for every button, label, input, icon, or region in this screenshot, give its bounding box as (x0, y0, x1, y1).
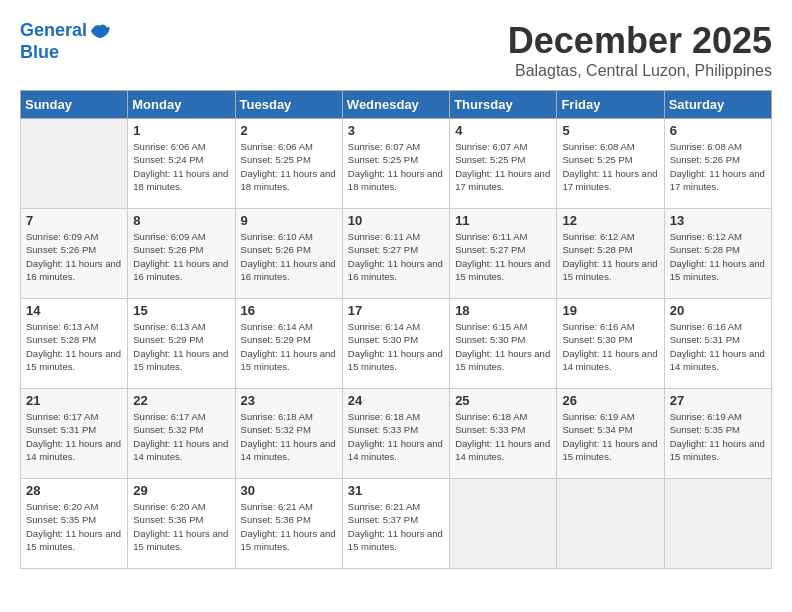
day-info: Sunrise: 6:20 AMSunset: 5:35 PMDaylight:… (26, 500, 122, 553)
day-number: 31 (348, 483, 444, 498)
day-info: Sunrise: 6:13 AMSunset: 5:28 PMDaylight:… (26, 320, 122, 373)
day-info: Sunrise: 6:08 AMSunset: 5:26 PMDaylight:… (670, 140, 766, 193)
calendar-week-row: 28Sunrise: 6:20 AMSunset: 5:35 PMDayligh… (21, 479, 772, 569)
day-info: Sunrise: 6:11 AMSunset: 5:27 PMDaylight:… (455, 230, 551, 283)
weekday-header-tuesday: Tuesday (235, 91, 342, 119)
calendar-week-row: 7Sunrise: 6:09 AMSunset: 5:26 PMDaylight… (21, 209, 772, 299)
calendar-day-cell: 21Sunrise: 6:17 AMSunset: 5:31 PMDayligh… (21, 389, 128, 479)
day-number: 20 (670, 303, 766, 318)
calendar-day-cell: 7Sunrise: 6:09 AMSunset: 5:26 PMDaylight… (21, 209, 128, 299)
day-number: 5 (562, 123, 658, 138)
day-number: 25 (455, 393, 551, 408)
day-number: 7 (26, 213, 122, 228)
calendar-day-cell: 11Sunrise: 6:11 AMSunset: 5:27 PMDayligh… (450, 209, 557, 299)
day-number: 30 (241, 483, 337, 498)
calendar-week-row: 21Sunrise: 6:17 AMSunset: 5:31 PMDayligh… (21, 389, 772, 479)
calendar-week-row: 1Sunrise: 6:06 AMSunset: 5:24 PMDaylight… (21, 119, 772, 209)
calendar-day-cell (21, 119, 128, 209)
weekday-header-thursday: Thursday (450, 91, 557, 119)
calendar-table: SundayMondayTuesdayWednesdayThursdayFrid… (20, 90, 772, 569)
calendar-day-cell: 30Sunrise: 6:21 AMSunset: 5:36 PMDayligh… (235, 479, 342, 569)
day-info: Sunrise: 6:21 AMSunset: 5:37 PMDaylight:… (348, 500, 444, 553)
day-number: 12 (562, 213, 658, 228)
day-number: 9 (241, 213, 337, 228)
calendar-day-cell (664, 479, 771, 569)
day-info: Sunrise: 6:17 AMSunset: 5:32 PMDaylight:… (133, 410, 229, 463)
weekday-header-friday: Friday (557, 91, 664, 119)
calendar-day-cell: 15Sunrise: 6:13 AMSunset: 5:29 PMDayligh… (128, 299, 235, 389)
day-info: Sunrise: 6:21 AMSunset: 5:36 PMDaylight:… (241, 500, 337, 553)
calendar-week-row: 14Sunrise: 6:13 AMSunset: 5:28 PMDayligh… (21, 299, 772, 389)
calendar-day-cell: 27Sunrise: 6:19 AMSunset: 5:35 PMDayligh… (664, 389, 771, 479)
day-number: 19 (562, 303, 658, 318)
day-info: Sunrise: 6:09 AMSunset: 5:26 PMDaylight:… (133, 230, 229, 283)
day-info: Sunrise: 6:20 AMSunset: 5:36 PMDaylight:… (133, 500, 229, 553)
weekday-header-row: SundayMondayTuesdayWednesdayThursdayFrid… (21, 91, 772, 119)
page-header: General Blue December 2025 Balagtas, Cen… (20, 20, 772, 80)
weekday-header-saturday: Saturday (664, 91, 771, 119)
calendar-day-cell: 26Sunrise: 6:19 AMSunset: 5:34 PMDayligh… (557, 389, 664, 479)
day-info: Sunrise: 6:06 AMSunset: 5:24 PMDaylight:… (133, 140, 229, 193)
day-number: 27 (670, 393, 766, 408)
day-number: 1 (133, 123, 229, 138)
location: Balagtas, Central Luzon, Philippines (508, 62, 772, 80)
day-info: Sunrise: 6:15 AMSunset: 5:30 PMDaylight:… (455, 320, 551, 373)
day-number: 26 (562, 393, 658, 408)
day-number: 3 (348, 123, 444, 138)
day-number: 4 (455, 123, 551, 138)
day-info: Sunrise: 6:17 AMSunset: 5:31 PMDaylight:… (26, 410, 122, 463)
day-info: Sunrise: 6:11 AMSunset: 5:27 PMDaylight:… (348, 230, 444, 283)
weekday-header-sunday: Sunday (21, 91, 128, 119)
day-info: Sunrise: 6:19 AMSunset: 5:35 PMDaylight:… (670, 410, 766, 463)
calendar-day-cell (557, 479, 664, 569)
day-info: Sunrise: 6:10 AMSunset: 5:26 PMDaylight:… (241, 230, 337, 283)
calendar-day-cell: 23Sunrise: 6:18 AMSunset: 5:32 PMDayligh… (235, 389, 342, 479)
day-info: Sunrise: 6:09 AMSunset: 5:26 PMDaylight:… (26, 230, 122, 283)
calendar-day-cell: 4Sunrise: 6:07 AMSunset: 5:25 PMDaylight… (450, 119, 557, 209)
calendar-day-cell: 13Sunrise: 6:12 AMSunset: 5:28 PMDayligh… (664, 209, 771, 299)
calendar-day-cell: 31Sunrise: 6:21 AMSunset: 5:37 PMDayligh… (342, 479, 449, 569)
calendar-day-cell: 16Sunrise: 6:14 AMSunset: 5:29 PMDayligh… (235, 299, 342, 389)
calendar-day-cell: 22Sunrise: 6:17 AMSunset: 5:32 PMDayligh… (128, 389, 235, 479)
day-number: 13 (670, 213, 766, 228)
day-number: 17 (348, 303, 444, 318)
day-number: 21 (26, 393, 122, 408)
day-info: Sunrise: 6:06 AMSunset: 5:25 PMDaylight:… (241, 140, 337, 193)
calendar-day-cell: 14Sunrise: 6:13 AMSunset: 5:28 PMDayligh… (21, 299, 128, 389)
day-number: 24 (348, 393, 444, 408)
day-number: 10 (348, 213, 444, 228)
calendar-day-cell: 20Sunrise: 6:16 AMSunset: 5:31 PMDayligh… (664, 299, 771, 389)
day-info: Sunrise: 6:12 AMSunset: 5:28 PMDaylight:… (562, 230, 658, 283)
day-number: 28 (26, 483, 122, 498)
day-info: Sunrise: 6:14 AMSunset: 5:30 PMDaylight:… (348, 320, 444, 373)
calendar-day-cell: 29Sunrise: 6:20 AMSunset: 5:36 PMDayligh… (128, 479, 235, 569)
day-number: 11 (455, 213, 551, 228)
logo-text: General Blue (20, 20, 111, 63)
calendar-day-cell: 6Sunrise: 6:08 AMSunset: 5:26 PMDaylight… (664, 119, 771, 209)
day-info: Sunrise: 6:16 AMSunset: 5:31 PMDaylight:… (670, 320, 766, 373)
calendar-day-cell: 19Sunrise: 6:16 AMSunset: 5:30 PMDayligh… (557, 299, 664, 389)
weekday-header-monday: Monday (128, 91, 235, 119)
day-info: Sunrise: 6:08 AMSunset: 5:25 PMDaylight:… (562, 140, 658, 193)
calendar-day-cell: 8Sunrise: 6:09 AMSunset: 5:26 PMDaylight… (128, 209, 235, 299)
day-number: 18 (455, 303, 551, 318)
day-info: Sunrise: 6:07 AMSunset: 5:25 PMDaylight:… (348, 140, 444, 193)
day-number: 29 (133, 483, 229, 498)
day-number: 15 (133, 303, 229, 318)
calendar-day-cell (450, 479, 557, 569)
calendar-day-cell: 18Sunrise: 6:15 AMSunset: 5:30 PMDayligh… (450, 299, 557, 389)
calendar-day-cell: 2Sunrise: 6:06 AMSunset: 5:25 PMDaylight… (235, 119, 342, 209)
weekday-header-wednesday: Wednesday (342, 91, 449, 119)
day-number: 22 (133, 393, 229, 408)
day-info: Sunrise: 6:18 AMSunset: 5:32 PMDaylight:… (241, 410, 337, 463)
calendar-day-cell: 28Sunrise: 6:20 AMSunset: 5:35 PMDayligh… (21, 479, 128, 569)
day-info: Sunrise: 6:16 AMSunset: 5:30 PMDaylight:… (562, 320, 658, 373)
day-info: Sunrise: 6:07 AMSunset: 5:25 PMDaylight:… (455, 140, 551, 193)
calendar-day-cell: 5Sunrise: 6:08 AMSunset: 5:25 PMDaylight… (557, 119, 664, 209)
title-block: December 2025 Balagtas, Central Luzon, P… (508, 20, 772, 80)
month-title: December 2025 (508, 20, 772, 62)
day-info: Sunrise: 6:13 AMSunset: 5:29 PMDaylight:… (133, 320, 229, 373)
day-number: 16 (241, 303, 337, 318)
calendar-day-cell: 3Sunrise: 6:07 AMSunset: 5:25 PMDaylight… (342, 119, 449, 209)
calendar-day-cell: 17Sunrise: 6:14 AMSunset: 5:30 PMDayligh… (342, 299, 449, 389)
